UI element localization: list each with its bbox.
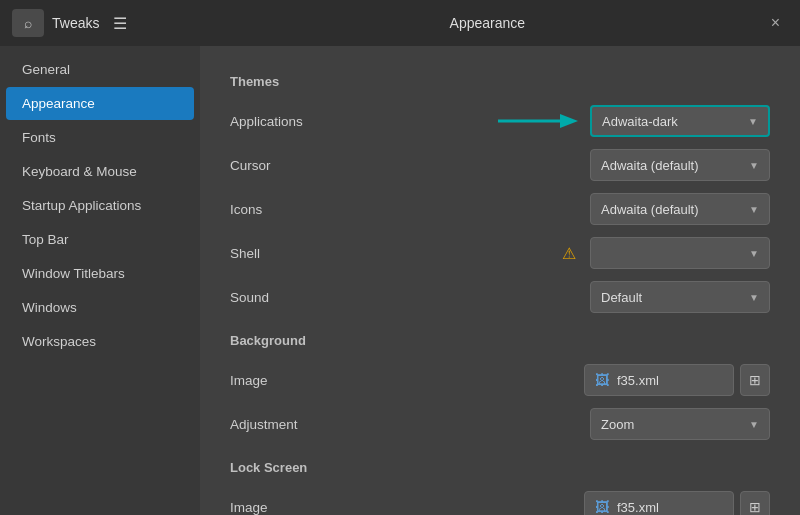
menu-button[interactable]: ☰ [107,10,133,37]
bg-image-control: 🖼 f35.xml ⊞ [410,364,770,396]
applications-label: Applications [230,114,410,129]
icons-control: Adwaita (default) ▼ [410,193,770,225]
bg-adjustment-value: Zoom [601,417,741,432]
bg-adjustment-label: Adjustment [230,417,410,432]
sidebar-item-workspaces[interactable]: Workspaces [6,325,194,358]
sidebar-item-keyboard-mouse[interactable]: Keyboard & Mouse [6,155,194,188]
bg-image-row: Image 🖼 f35.xml ⊞ [230,358,770,402]
shell-dropdown-arrow: ▼ [749,248,759,259]
applications-dropdown[interactable]: Adwaita-dark ▼ [590,105,770,137]
app-title: Tweaks [52,15,99,31]
ls-image-file-icon: 🖼 [595,499,609,515]
bg-image-filename: f35.xml [617,373,659,388]
icons-label: Icons [230,202,410,217]
svg-marker-1 [560,114,578,128]
bg-image-open-button[interactable]: ⊞ [740,364,770,396]
sidebar-item-windows[interactable]: Windows [6,291,194,324]
shell-warning-icon: ⚠ [562,244,576,263]
lock-screen-section-title: Lock Screen [230,460,770,475]
cursor-label: Cursor [230,158,410,173]
bg-image-file-picker[interactable]: 🖼 f35.xml [584,364,734,396]
background-section-title: Background [230,333,770,348]
shell-control: ⚠ ▼ [410,237,770,269]
icons-row: Icons Adwaita (default) ▼ [230,187,770,231]
sound-dropdown-value: Default [601,290,741,305]
menu-icon: ☰ [113,15,127,32]
icons-dropdown-arrow: ▼ [749,204,759,215]
sidebar-item-general[interactable]: General [6,53,194,86]
sound-control: Default ▼ [410,281,770,313]
window-title: Appearance [212,15,763,31]
teal-arrow [498,109,578,133]
titlebar-left: ⌕ Tweaks ☰ [12,9,212,37]
sidebar-item-startup-applications[interactable]: Startup Applications [6,189,194,222]
ls-image-label: Image [230,500,410,515]
sound-dropdown-arrow: ▼ [749,292,759,303]
cursor-control: Adwaita (default) ▼ [410,149,770,181]
ls-image-open-icon: ⊞ [749,499,761,515]
ls-image-filename: f35.xml [617,500,659,515]
content-area: Themes Applications Adwaita-dark ▼ [200,46,800,515]
main-layout: General Appearance Fonts Keyboard & Mous… [0,46,800,515]
close-button[interactable]: × [763,10,788,36]
applications-dropdown-arrow: ▼ [748,116,758,127]
sidebar-item-fonts[interactable]: Fonts [6,121,194,154]
bg-adjustment-arrow: ▼ [749,419,759,430]
applications-dropdown-value: Adwaita-dark [602,114,740,129]
bg-adjustment-dropdown[interactable]: Zoom ▼ [590,408,770,440]
icons-dropdown-value: Adwaita (default) [601,202,741,217]
cursor-dropdown-value: Adwaita (default) [601,158,741,173]
ls-image-control: 🖼 f35.xml ⊞ [410,491,770,515]
sound-row: Sound Default ▼ [230,275,770,319]
bg-image-file-icon: 🖼 [595,372,609,388]
shell-dropdown[interactable]: ▼ [590,237,770,269]
titlebar: ⌕ Tweaks ☰ Appearance × [0,0,800,46]
cursor-dropdown[interactable]: Adwaita (default) ▼ [590,149,770,181]
sidebar-item-appearance[interactable]: Appearance [6,87,194,120]
ls-image-row: Image 🖼 f35.xml ⊞ [230,485,770,515]
cursor-dropdown-arrow: ▼ [749,160,759,171]
bg-adjustment-control: Zoom ▼ [410,408,770,440]
bg-image-open-icon: ⊞ [749,372,761,388]
themes-section-title: Themes [230,74,770,89]
shell-label: Shell [230,246,410,261]
sidebar: General Appearance Fonts Keyboard & Mous… [0,46,200,515]
icons-dropdown[interactable]: Adwaita (default) ▼ [590,193,770,225]
applications-controls: Adwaita-dark ▼ [410,105,770,137]
shell-row: Shell ⚠ ▼ [230,231,770,275]
applications-row: Applications Adwaita-dark ▼ [230,99,770,143]
bg-image-label: Image [230,373,410,388]
sidebar-item-window-titlebars[interactable]: Window Titlebars [6,257,194,290]
ls-image-file-picker[interactable]: 🖼 f35.xml [584,491,734,515]
bg-adjustment-row: Adjustment Zoom ▼ [230,402,770,446]
ls-image-open-button[interactable]: ⊞ [740,491,770,515]
sound-label: Sound [230,290,410,305]
sidebar-item-top-bar[interactable]: Top Bar [6,223,194,256]
cursor-row: Cursor Adwaita (default) ▼ [230,143,770,187]
search-icon: ⌕ [24,15,32,31]
search-button[interactable]: ⌕ [12,9,44,37]
sound-dropdown[interactable]: Default ▼ [590,281,770,313]
